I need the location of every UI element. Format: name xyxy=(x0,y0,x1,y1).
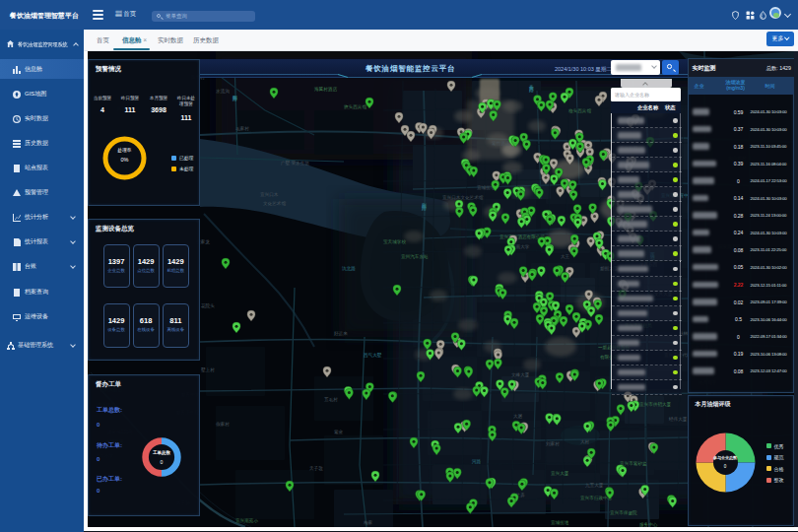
svg-text:文峰大厦: 文峰大厦 xyxy=(511,371,530,378)
svg-text:服务中心: 服务中心 xyxy=(639,522,658,527)
svg-text:紫金: 紫金 xyxy=(334,430,344,434)
svg-text:大王: 大王 xyxy=(561,254,570,259)
svg-text:宜兴市保健院: 宜兴市保健院 xyxy=(610,509,637,516)
svg-text:西气大墅: 西气大墅 xyxy=(364,352,382,359)
svg-text:墅上村: 墅上村 xyxy=(201,366,215,373)
svg-text:宜州汽车东站: 宜州汽车东站 xyxy=(401,254,429,259)
svg-text:河路: 河路 xyxy=(471,459,482,464)
svg-text:广墅 荣水生塘: 广墅 荣水生塘 xyxy=(281,160,309,166)
svg-text:经伟大厦: 经伟大厦 xyxy=(668,416,688,423)
svg-text:好运来: 好运来 xyxy=(334,330,348,337)
svg-text:花院头: 花院头 xyxy=(201,302,215,309)
svg-text:宜兴大厦: 宜兴大厦 xyxy=(551,470,569,477)
svg-text:宝天城学校: 宝天城学校 xyxy=(383,239,406,244)
svg-text:九五大厦: 九五大厦 xyxy=(585,482,604,489)
svg-text:宜兴市供销大厦: 宜兴市供销大厦 xyxy=(639,401,672,408)
